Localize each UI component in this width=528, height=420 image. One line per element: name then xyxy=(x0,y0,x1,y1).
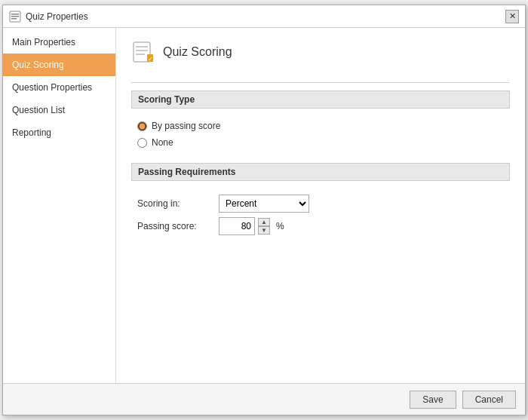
svg-rect-3 xyxy=(11,18,17,20)
content-area: ✓ Quiz Scoring Scoring Type By passing s… xyxy=(116,28,525,383)
close-button[interactable]: ✕ xyxy=(505,10,519,23)
svg-text:✓: ✓ xyxy=(148,56,153,63)
content-icon: ✓ xyxy=(131,40,155,64)
radio-none[interactable] xyxy=(137,138,147,148)
quiz-properties-window: Quiz Properties ✕ Main Properties Quiz S… xyxy=(2,5,526,415)
passing-score-label: Passing score: xyxy=(137,221,213,231)
footer: Save Cancel xyxy=(3,383,525,415)
title-bar-left: Quiz Properties xyxy=(9,11,88,23)
radio-row-none: None xyxy=(137,137,504,148)
passing-score-input[interactable] xyxy=(219,217,255,235)
spinner-buttons: ▲ ▼ xyxy=(258,218,270,235)
content-header: ✓ Quiz Scoring xyxy=(131,40,510,70)
passing-score-spinner: ▲ ▼ xyxy=(219,217,270,235)
sidebar-item-quiz-scoring[interactable]: Quiz Scoring xyxy=(3,54,115,76)
title-bar: Quiz Properties ✕ xyxy=(3,5,525,28)
window-icon xyxy=(9,11,21,23)
radio-row-by-passing-score: By passing score xyxy=(137,121,504,131)
sidebar: Main Properties Quiz Scoring Question Pr… xyxy=(3,28,116,383)
scoring-type-group: By passing score None xyxy=(131,116,510,152)
sidebar-item-main-properties[interactable]: Main Properties xyxy=(3,31,115,54)
svg-rect-1 xyxy=(11,14,19,15)
radio-by-passing-score[interactable] xyxy=(137,121,147,131)
scoring-in-row: Scoring in: Percent Points xyxy=(131,195,510,213)
passing-score-row: Passing score: ▲ ▼ % xyxy=(131,217,510,235)
radio-label-none: None xyxy=(152,137,173,148)
sidebar-item-reporting[interactable]: Reporting xyxy=(3,121,115,144)
scoring-in-select[interactable]: Percent Points xyxy=(219,195,309,213)
passing-requirements-section-header: Passing Requirements xyxy=(131,163,510,181)
save-button[interactable]: Save xyxy=(410,391,456,409)
spinner-down-button[interactable]: ▼ xyxy=(258,226,270,235)
sidebar-item-question-properties[interactable]: Question Properties xyxy=(3,76,115,99)
scoring-in-label: Scoring in: xyxy=(137,198,213,209)
scoring-type-section-header: Scoring Type xyxy=(131,90,510,109)
svg-rect-7 xyxy=(136,54,145,55)
main-content: Main Properties Quiz Scoring Question Pr… xyxy=(3,28,525,383)
percent-label: % xyxy=(276,221,284,231)
svg-rect-5 xyxy=(136,46,148,48)
cancel-button[interactable]: Cancel xyxy=(462,391,516,409)
window-title: Quiz Properties xyxy=(26,11,88,22)
svg-rect-2 xyxy=(11,16,19,17)
passing-requirements-group: Scoring in: Percent Points Passing score… xyxy=(131,189,510,235)
spinner-up-button[interactable]: ▲ xyxy=(258,218,270,226)
header-divider xyxy=(131,82,510,83)
content-title: Quiz Scoring xyxy=(163,45,232,59)
radio-label-by-passing-score: By passing score xyxy=(152,121,220,131)
svg-rect-6 xyxy=(136,50,148,51)
sidebar-item-question-list[interactable]: Question List xyxy=(3,99,115,121)
